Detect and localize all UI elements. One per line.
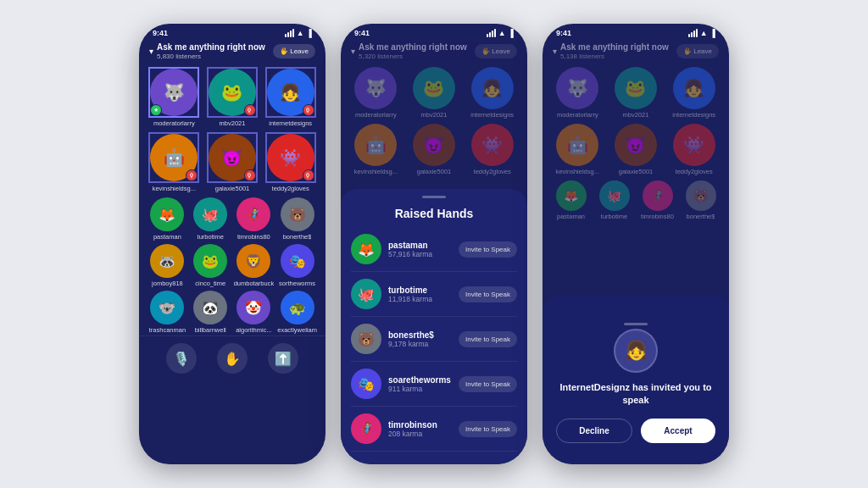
- rh-karma-soaretheworms: 911 karma: [388, 385, 459, 393]
- listener-dumbotarbuck: 🦁 dumbotarbuck: [234, 244, 275, 287]
- raised-hands-sheet: Raised Hands 🦊 pastaman 57,916 karma Inv…: [341, 189, 527, 464]
- raise-hand-button[interactable]: ✋: [217, 343, 248, 374]
- listener-turbotime: 🐙 turbotime: [191, 197, 231, 241]
- room-listeners-3: 5,138 listeners: [560, 53, 669, 60]
- rh-info-timrobinson: timrobinson 208 karma: [388, 420, 459, 438]
- rh-info-bonesrthe: bonesrthe$ 9,178 karma: [388, 330, 459, 348]
- mod-badge-moderatorlarry: ★: [150, 104, 162, 116]
- name-timrobins80: timrobins80: [237, 233, 270, 241]
- invite-overlay: 👧 InternetDesignz has invited you to spe…: [542, 295, 729, 464]
- invite-soaretheworms-button[interactable]: Invite to Speak: [459, 376, 517, 392]
- speaker-name-teddy2gloves: teddy2gloves: [272, 185, 309, 192]
- avatar-trashcanman: 🐨: [150, 291, 184, 324]
- invite-turbotime-button[interactable]: Invite to Speak: [459, 286, 517, 302]
- room-info-1: Ask me anything right now 5,830 listener…: [157, 42, 265, 60]
- rh-avatar-timrobinson: 🦸: [351, 413, 381, 444]
- rh-karma-timrobinson: 208 karma: [388, 430, 459, 438]
- listener-algorithmic: 🤡 algorithmic...: [234, 291, 275, 334]
- avatar-dumbotarbuck: 🦁: [236, 244, 270, 278]
- rh-karma-turbotime: 11,918 karma: [388, 295, 459, 303]
- avatar-jomboy818: 🦝: [150, 244, 184, 278]
- avatar-wrap-moderatorlarry: 🐺 ★: [148, 67, 199, 118]
- invite-pastaman-button[interactable]: Invite to Speak: [459, 241, 517, 258]
- speaker-moderatorlarry: 🐺 ★ moderatorlarry: [147, 67, 201, 127]
- top-speakers-grid-3: 🐺moderatorlarry 🐸mbv2021 👧internetdesign…: [542, 65, 729, 179]
- invite-timrobinson-button[interactable]: Invite to Speak: [459, 421, 517, 437]
- raised-hand-turbotime: 🐙 turbotime 11,918 karma Invite to Speak: [351, 272, 517, 317]
- raised-hand-soaretheworms: 🎭 soaretheworms 911 karma Invite to Spea…: [351, 362, 517, 407]
- raised-hand-bonesrthe: 🐻 bonesrthe$ 9,178 karma Invite to Speak: [351, 317, 517, 362]
- room-listeners-2: 5,320 listeners: [359, 53, 467, 60]
- rh-karma-pastaman: 57,916 karma: [388, 250, 459, 258]
- mic-button[interactable]: 🎙️: [166, 343, 197, 374]
- status-time-2: 9:41: [354, 29, 370, 37]
- leave-button-3[interactable]: 🖐 Leave: [676, 44, 719, 58]
- name-trashcanman: trashcanman: [149, 326, 186, 334]
- avatar-timrobins80: 🦸: [236, 197, 270, 231]
- status-icons-3: ▲ ▐: [688, 29, 715, 37]
- status-bar-1: 9:41 ▲ ▐: [139, 24, 326, 39]
- name-sortheworms: sortheworms: [279, 280, 315, 287]
- name-dumbotarbuck: dumbotarbuck: [234, 280, 275, 287]
- rh-name-soaretheworms: soaretheworms: [388, 375, 459, 385]
- signal-icon-3: [688, 29, 698, 37]
- rh-avatar-turbotime: 🐙: [351, 279, 381, 309]
- chevron-down-icon: ▾: [149, 47, 153, 56]
- invite-avatar: 👧: [614, 329, 658, 373]
- listener-billbarnwell: 🐼 billbarnwell: [191, 291, 231, 334]
- avatar-pastaman: 🦊: [150, 197, 184, 231]
- battery-icon-2: ▐: [509, 29, 514, 37]
- speaker-kevinshieldsg: 🤖 🎙 kevinshieldsg...: [147, 132, 201, 192]
- listener-trashcanman: 🐨 trashcanman: [147, 291, 187, 334]
- mute-badge-kevinshieldsg: 🎙: [186, 169, 198, 181]
- rh-name-turbotime: turbotime: [388, 286, 459, 295]
- name-algorithmic: algorithmic...: [236, 326, 272, 334]
- room-header-3: ▾ Ask me anything right now 5,138 listen…: [542, 39, 729, 65]
- wifi-icon: ▲: [297, 29, 304, 37]
- wifi-icon-2: ▲: [498, 29, 506, 37]
- room-title-2: Ask me anything right now: [359, 42, 467, 53]
- listener-pastaman: 🦊 pastaman: [147, 197, 187, 241]
- listener-timrobins80: 🦸 timrobins80: [234, 197, 275, 241]
- speaker-name-galaxie5001: galaxie5001: [215, 185, 249, 192]
- room-header-1: ▾ Ask me anything right now 5,830 listen…: [139, 39, 326, 65]
- avatar-wrap-galaxie5001: 😈 🎙: [207, 132, 258, 183]
- signal-icon: [285, 29, 294, 37]
- room-info-3: Ask me anything right now 5,138 listener…: [560, 42, 669, 60]
- leave-button-2[interactable]: 🖐 Leave: [475, 44, 517, 58]
- leave-button-1[interactable]: 🖐 Leave: [273, 44, 315, 58]
- name-billbarnwell: billbarnwell: [195, 326, 226, 334]
- top-speakers-grid: 🐺 ★ moderatorlarry 🐸 🎙 mbv2021 👧 🎙 inter…: [139, 65, 326, 196]
- rh-avatar-bonesrthe: 🐻: [351, 324, 381, 354]
- speaker-internetdesigns: 👧 🎙 internetdesigns: [264, 67, 317, 127]
- listener-exactlyweliam: 🐢 exactlyweliam: [277, 291, 317, 334]
- decline-button[interactable]: Decline: [556, 419, 632, 443]
- top-speakers-grid-2: 🐺moderatorlarry 🐸mbv2021 👧internetdesign…: [341, 65, 527, 179]
- name-cinco-time: cinco_time: [195, 280, 225, 287]
- listener-sortheworms: 🎭 sortheworms: [277, 244, 317, 287]
- name-exactlyweliam: exactlyweliam: [277, 326, 317, 334]
- status-bar-2: 9:41 ▲ ▐: [341, 24, 527, 39]
- rh-name-bonesrthe: bonesrthe$: [388, 330, 459, 340]
- avatar-cinco-time: 🐸: [193, 244, 227, 278]
- room-header-2: ▾ Ask me anything right now 5,320 listen…: [341, 39, 527, 65]
- invite-bonesrthe-button[interactable]: Invite to Speak: [459, 331, 517, 347]
- share-button[interactable]: ⬆️: [268, 343, 298, 374]
- listener-cinco-time: 🐸 cinco_time: [191, 244, 231, 287]
- accept-button[interactable]: Accept: [641, 419, 715, 443]
- phone-3: 9:41 ▲ ▐ ▾ Ask me anything right now 5,1…: [542, 24, 729, 464]
- listeners-grid: 🦊 pastaman 🐙 turbotime 🦸 timrobins80 🐻 b…: [139, 196, 326, 336]
- status-bar-3: 9:41 ▲ ▐: [542, 24, 729, 39]
- raised-hand-pastaman: 🦊 pastaman 57,916 karma Invite to Speak: [351, 227, 517, 272]
- avatar-wrap-teddy2gloves: 👾 🎙: [265, 132, 316, 183]
- raised-hands-list: 🦊 pastaman 57,916 karma Invite to Speak …: [341, 227, 527, 452]
- mute-badge-teddy2gloves: 🎙: [303, 169, 314, 181]
- invite-actions: Decline Accept: [556, 419, 715, 443]
- avatar-sortheworms: 🎭: [281, 244, 314, 278]
- avatar-exactlyweliam: 🐢: [281, 291, 314, 324]
- invite-message: InternetDesignz has invited you to speak: [556, 381, 715, 408]
- wifi-icon-3: ▲: [700, 29, 708, 37]
- speaker-name-internetdesigns: internetdesigns: [269, 119, 312, 127]
- room-listeners-1: 5,830 listeners: [157, 53, 265, 60]
- battery-icon: ▐: [307, 29, 312, 37]
